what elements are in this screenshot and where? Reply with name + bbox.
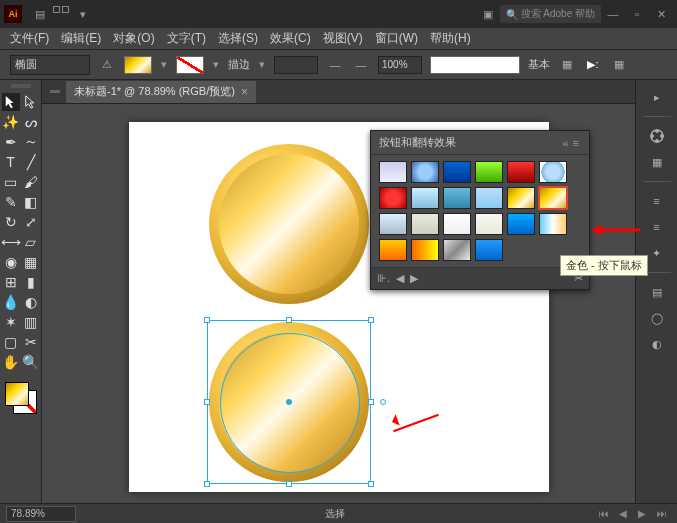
- opacity-input[interactable]: 100%: [378, 56, 422, 74]
- style-swatch-4[interactable]: [507, 161, 535, 183]
- swatches-panel-icon[interactable]: ▦: [642, 151, 672, 173]
- handle-tl[interactable]: [204, 317, 210, 323]
- color-panel-icon[interactable]: [642, 125, 672, 147]
- menu-help[interactable]: 帮助(H): [426, 28, 475, 49]
- prev-set-icon[interactable]: ◀: [396, 272, 404, 285]
- pencil-tool[interactable]: ✎: [2, 193, 20, 211]
- search-input[interactable]: 🔍 搜索 Adobe 帮助: [500, 5, 601, 23]
- type-tool[interactable]: T: [2, 153, 20, 171]
- style-swatch-15[interactable]: [475, 213, 503, 235]
- tabs-grip[interactable]: [50, 90, 60, 93]
- fill-dropdown-icon[interactable]: ▾: [160, 58, 168, 71]
- menu-window[interactable]: 窗口(W): [371, 28, 422, 49]
- minimize-button[interactable]: ―: [601, 2, 625, 26]
- stroke-dropdown-icon[interactable]: ▾: [212, 58, 220, 71]
- handle-tr[interactable]: [368, 317, 374, 323]
- symbol-sprayer-tool[interactable]: ✶: [2, 313, 20, 331]
- handle-br[interactable]: [368, 481, 374, 487]
- graphic-style-box[interactable]: [430, 56, 520, 74]
- stroke-profile-icon[interactable]: —: [326, 56, 344, 74]
- transform-icon[interactable]: ▶:: [584, 56, 602, 74]
- anchor-handle[interactable]: [380, 399, 386, 405]
- panel-grip[interactable]: [11, 84, 31, 88]
- style-swatch-1[interactable]: [411, 161, 439, 183]
- handle-tm[interactable]: [286, 317, 292, 323]
- style-swatch-7[interactable]: [411, 187, 439, 209]
- arrange-docs-icon[interactable]: [52, 5, 70, 23]
- menu-effect[interactable]: 效果(C): [266, 28, 315, 49]
- rectangle-tool[interactable]: ▭: [2, 173, 20, 191]
- stroke-panel-icon[interactable]: ≡: [642, 216, 672, 238]
- library-menu-icon[interactable]: ⊪.: [377, 272, 390, 285]
- gradient-tool[interactable]: ▮: [22, 273, 40, 291]
- warning-icon[interactable]: ⚠: [98, 56, 116, 74]
- style-swatch-13[interactable]: [411, 213, 439, 235]
- brushes-panel-icon[interactable]: ≡: [642, 190, 672, 212]
- shape-name-combo[interactable]: 椭圆: [10, 55, 90, 75]
- next-set-icon[interactable]: ▶: [410, 272, 418, 285]
- perspective-tool[interactable]: ▦: [22, 253, 40, 271]
- handle-mr[interactable]: [368, 399, 374, 405]
- window-mode-icon[interactable]: ▣: [476, 2, 500, 26]
- menu-edit[interactable]: 编辑(E): [57, 28, 105, 49]
- rotate-tool[interactable]: ↻: [2, 213, 20, 231]
- panel-collapse-icon[interactable]: «: [560, 137, 570, 149]
- collapse-dock-icon[interactable]: ▸: [642, 86, 672, 108]
- appearance-panel-icon[interactable]: ◯: [642, 307, 672, 329]
- line-tool[interactable]: ╱: [22, 153, 40, 171]
- last-artboard-icon[interactable]: ⏭: [653, 508, 671, 519]
- blend-tool[interactable]: ◐: [22, 293, 40, 311]
- brush-def-icon[interactable]: —: [352, 56, 370, 74]
- prev-artboard-icon[interactable]: ◀: [615, 508, 631, 519]
- style-swatch-0[interactable]: [379, 161, 407, 183]
- style-swatch-16[interactable]: [507, 213, 535, 235]
- zoom-tool[interactable]: 🔍: [22, 353, 40, 371]
- align-icon[interactable]: ▦: [558, 56, 576, 74]
- panel-menu-icon[interactable]: ≡: [571, 137, 581, 149]
- close-button[interactable]: ✕: [649, 2, 673, 26]
- arrange-dropdown-icon[interactable]: ▾: [76, 8, 90, 21]
- shape-builder-tool[interactable]: ◉: [2, 253, 20, 271]
- bridge-icon[interactable]: ▤: [28, 2, 52, 26]
- paintbrush-tool[interactable]: 🖌: [22, 173, 40, 191]
- style-swatch-8[interactable]: [443, 187, 471, 209]
- style-swatch-6[interactable]: [379, 187, 407, 209]
- free-transform-tool[interactable]: ▱: [22, 233, 40, 251]
- next-artboard-icon[interactable]: ▶: [634, 508, 650, 519]
- style-swatch-14[interactable]: [443, 213, 471, 235]
- fill-indicator[interactable]: [5, 382, 29, 406]
- layers-panel-icon[interactable]: ▤: [642, 281, 672, 303]
- style-swatch-10[interactable]: [507, 187, 535, 209]
- style-swatch-20[interactable]: [443, 239, 471, 261]
- zoom-combo[interactable]: 78.89%: [6, 506, 76, 522]
- menu-select[interactable]: 选择(S): [214, 28, 262, 49]
- scale-tool[interactable]: ⤢: [22, 213, 40, 231]
- curvature-tool[interactable]: ～: [22, 133, 40, 151]
- hand-tool[interactable]: ✋: [2, 353, 20, 371]
- lasso-tool[interactable]: ᔕ: [22, 113, 40, 131]
- slice-tool[interactable]: ✂: [22, 333, 40, 351]
- style-swatch-21[interactable]: [475, 239, 503, 261]
- mesh-tool[interactable]: ⊞: [2, 273, 20, 291]
- style-swatch-2[interactable]: [443, 161, 471, 183]
- stroke-swatch[interactable]: [176, 56, 204, 74]
- handle-bl[interactable]: [204, 481, 210, 487]
- selection-tool[interactable]: [2, 93, 20, 111]
- menu-object[interactable]: 对象(O): [109, 28, 158, 49]
- maximize-button[interactable]: ▫: [625, 2, 649, 26]
- style-swatch-12[interactable]: [379, 213, 407, 235]
- stroke-label[interactable]: 描边: [228, 57, 250, 72]
- eyedropper-tool[interactable]: 💧: [2, 293, 20, 311]
- handle-ml[interactable]: [204, 399, 210, 405]
- style-swatch-5[interactable]: [539, 161, 567, 183]
- first-artboard-icon[interactable]: ⏮: [595, 508, 613, 519]
- graphic-styles-panel-icon[interactable]: ◐: [642, 333, 672, 355]
- eraser-tool[interactable]: ◧: [22, 193, 40, 211]
- graph-tool[interactable]: ▥: [22, 313, 40, 331]
- selection-bounds[interactable]: [207, 320, 371, 484]
- isolate-icon[interactable]: ▦: [610, 56, 628, 74]
- style-swatch-9[interactable]: [475, 187, 503, 209]
- style-swatch-11[interactable]: [539, 187, 567, 209]
- artboard-tool[interactable]: ▢: [2, 333, 20, 351]
- handle-bm[interactable]: [286, 481, 292, 487]
